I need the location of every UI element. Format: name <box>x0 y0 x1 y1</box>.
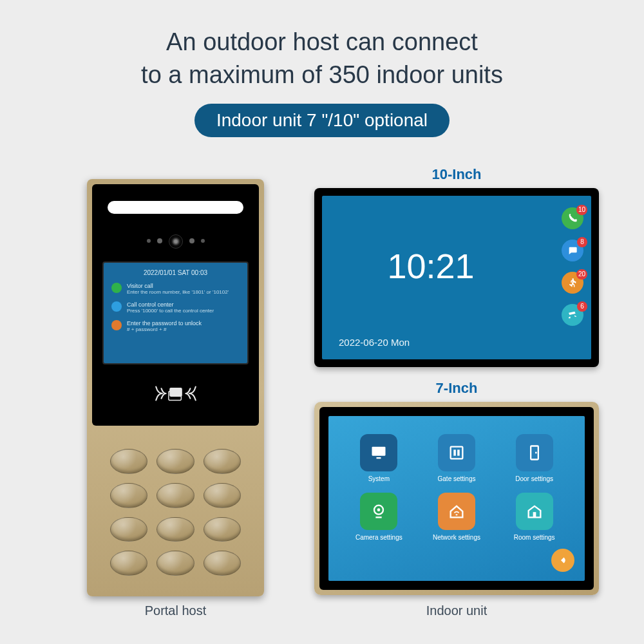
back-button[interactable] <box>551 549 574 572</box>
lcd-row-title: Call control center <box>127 301 214 308</box>
ten-inch-label: 10-Inch <box>314 166 599 183</box>
monitor-icon <box>370 444 388 462</box>
keypad-key[interactable] <box>156 449 194 474</box>
product-stage: 2022/01/01 SAT 00:03 Visitor call Enter … <box>0 174 644 644</box>
keypad-key[interactable] <box>204 517 241 542</box>
clock-date: 2022-06-20 Mon <box>339 337 410 348</box>
svg-rect-3 <box>372 447 386 456</box>
badge-count: 6 <box>577 301 587 312</box>
lcd-row-sub: Press '10000' to call the control center <box>127 308 214 314</box>
settings-grid: System Gate settings Door settings Camer… <box>346 434 567 541</box>
room-icon <box>526 502 544 520</box>
headline: An outdoor host can connect to a maximum… <box>0 0 644 92</box>
portal-top-panel: 2022/01/01 SAT 00:03 Visitor call Enter … <box>92 184 259 426</box>
svg-point-11 <box>377 508 381 511</box>
ir-led-icon <box>201 239 205 243</box>
unlock-icon <box>111 320 122 330</box>
seven-inch-bezel: System Gate settings Door settings Camer… <box>319 407 594 590</box>
lcd-hint-row: Visitor call Enter the room number, like… <box>111 283 240 295</box>
lcd-hint-row: Call control center Press '10000' to cal… <box>111 301 240 314</box>
keypad-key[interactable] <box>156 517 194 542</box>
app-label: Camera settings <box>346 534 412 541</box>
svg-rect-6 <box>453 450 456 455</box>
svg-rect-12 <box>533 512 536 517</box>
lcd-row-title: Enter the password to unlock <box>127 320 202 327</box>
walking-person-icon <box>567 278 578 288</box>
illumination-bar <box>108 201 243 214</box>
numeric-keypad <box>92 433 259 591</box>
ir-led-icon <box>189 238 194 243</box>
monitor-shortcut[interactable]: 6 <box>562 304 583 326</box>
app-system[interactable]: System <box>346 434 412 482</box>
lcd-hint-row: Enter the password to unlock # + passwor… <box>111 320 240 332</box>
phone-icon <box>567 213 578 223</box>
app-label: Network settings <box>424 534 489 541</box>
badge-count: 10 <box>576 205 587 215</box>
app-door-settings[interactable]: Door settings <box>502 434 567 482</box>
keypad-key[interactable] <box>110 517 147 542</box>
app-label: System <box>346 475 412 482</box>
keypad-key[interactable] <box>156 483 194 508</box>
ten-inch-unit: 10:21 2022-06-20 Mon 10 8 20 6 <box>314 188 599 367</box>
app-camera-settings[interactable]: Camera settings <box>346 493 412 541</box>
indoor-caption: Indoor unit <box>314 603 599 618</box>
app-label: Gate settings <box>424 475 489 482</box>
portal-lcd-date: 2022/01/01 SAT 00:03 <box>111 269 240 276</box>
home-network-icon <box>448 502 466 520</box>
call-icon <box>111 283 122 293</box>
svg-rect-4 <box>377 457 381 459</box>
lcd-row-sub: Enter the room number, like '1801' or '1… <box>127 289 229 295</box>
keypad-key[interactable] <box>204 449 241 474</box>
app-label: Door settings <box>502 475 567 482</box>
seven-inch-screen: System Gate settings Door settings Camer… <box>328 416 585 581</box>
webcam-icon <box>370 502 388 520</box>
headline-line-1: An outdoor host can connect <box>0 26 644 59</box>
badge-count: 8 <box>577 237 587 247</box>
seven-inch-unit: System Gate settings Door settings Camer… <box>314 402 599 595</box>
ir-led-icon <box>157 238 162 243</box>
message-shortcut[interactable]: 8 <box>562 240 583 261</box>
gate-icon <box>448 444 466 462</box>
svg-rect-5 <box>451 447 463 459</box>
side-shortcut-bar: 10 8 20 6 <box>562 207 583 326</box>
app-gate-settings[interactable]: Gate settings <box>424 434 489 482</box>
svg-rect-8 <box>531 446 538 460</box>
motion-shortcut[interactable]: 20 <box>562 272 583 294</box>
size-option-pill: Indoor unit 7 "/10" optional <box>194 104 450 137</box>
portal-lcd-screen: 2022/01/01 SAT 00:03 Visitor call Enter … <box>102 261 249 365</box>
door-icon <box>526 444 544 462</box>
keypad-key[interactable] <box>110 449 147 474</box>
seven-inch-label: 7-Inch <box>314 380 599 397</box>
svg-point-2 <box>572 278 574 280</box>
app-network-settings[interactable]: Network settings <box>424 493 489 541</box>
badge-count: 20 <box>576 269 587 279</box>
sensor-row <box>92 234 259 249</box>
operator-icon <box>111 301 122 312</box>
headline-line-2: to a maximum of 350 indoor units <box>0 59 644 91</box>
svg-rect-0 <box>169 388 182 397</box>
chat-icon <box>567 245 578 256</box>
portal-caption: Portal host <box>87 603 264 618</box>
call-shortcut[interactable]: 10 <box>562 207 583 229</box>
svg-point-9 <box>535 452 537 454</box>
rfid-reader-icon <box>92 377 259 412</box>
app-room-settings[interactable]: Room settings <box>502 493 567 541</box>
keypad-key[interactable] <box>110 551 147 576</box>
svg-rect-7 <box>457 450 460 455</box>
keypad-key[interactable] <box>156 551 194 576</box>
cctv-icon <box>567 310 578 320</box>
keypad-key[interactable] <box>110 483 147 508</box>
portal-host-device: 2022/01/01 SAT 00:03 Visitor call Enter … <box>87 179 264 596</box>
ir-led-icon <box>147 239 151 243</box>
ten-inch-screen: 10:21 2022-06-20 Mon 10 8 20 6 <box>322 196 591 359</box>
keypad-key[interactable] <box>204 551 241 576</box>
keypad-key[interactable] <box>204 483 241 508</box>
app-label: Room settings <box>502 534 567 541</box>
lcd-row-sub: # + password + # <box>127 327 202 332</box>
camera-lens-icon <box>169 234 183 249</box>
back-arrow-icon <box>557 554 569 566</box>
lcd-row-title: Visitor call <box>127 283 229 289</box>
clock-time: 10:21 <box>322 246 540 286</box>
